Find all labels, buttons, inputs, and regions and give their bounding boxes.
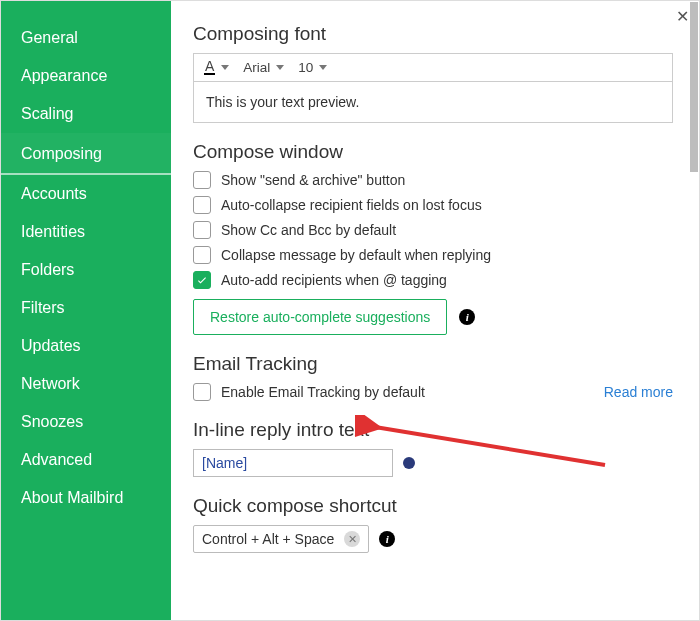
- sidebar-item-folders[interactable]: Folders: [1, 251, 171, 289]
- clear-icon[interactable]: ✕: [344, 531, 360, 547]
- section-title-email-tracking: Email Tracking: [193, 353, 673, 375]
- option-send-archive: Show "send & archive" button: [193, 171, 673, 189]
- option-auto-collapse: Auto-collapse recipient fields on lost f…: [193, 196, 673, 214]
- read-more-link[interactable]: Read more: [604, 384, 673, 400]
- font-size-dropdown[interactable]: 10: [298, 60, 327, 75]
- option-label: Show "send & archive" button: [221, 172, 405, 188]
- sidebar-item-appearance[interactable]: Appearance: [1, 57, 171, 95]
- restore-autocomplete-button[interactable]: Restore auto-complete suggestions: [193, 299, 447, 335]
- font-size-value: 10: [298, 60, 313, 75]
- checkbox-collapse-message[interactable]: [193, 246, 211, 264]
- chevron-down-icon: [276, 65, 284, 70]
- font-family-dropdown[interactable]: Arial: [243, 60, 284, 75]
- settings-sidebar: General Appearance Scaling Composing Acc…: [1, 1, 171, 620]
- sidebar-item-about[interactable]: About Mailbird: [1, 479, 171, 517]
- font-color-icon: A: [204, 60, 215, 75]
- option-show-cc-bcc: Show Cc and Bcc by default: [193, 221, 673, 239]
- option-label: Auto-collapse recipient fields on lost f…: [221, 197, 482, 213]
- font-color-dropdown[interactable]: A: [204, 60, 229, 75]
- shortcut-value: Control + Alt + Space: [202, 531, 334, 547]
- sidebar-item-general[interactable]: General: [1, 19, 171, 57]
- checkbox-show-cc-bcc[interactable]: [193, 221, 211, 239]
- sidebar-item-accounts[interactable]: Accounts: [1, 175, 171, 213]
- sidebar-item-advanced[interactable]: Advanced: [1, 441, 171, 479]
- font-toolbar: A Arial 10: [193, 53, 673, 81]
- settings-main: ✕ Composing font A Arial 10 This is your…: [171, 1, 699, 620]
- sidebar-item-network[interactable]: Network: [1, 365, 171, 403]
- section-title-inline-reply: In-line reply intro text: [193, 419, 673, 441]
- option-label: Auto-add recipients when @ tagging: [221, 272, 447, 288]
- info-icon[interactable]: i: [379, 531, 395, 547]
- section-title-quick-compose: Quick compose shortcut: [193, 495, 673, 517]
- sidebar-item-updates[interactable]: Updates: [1, 327, 171, 365]
- option-label: Show Cc and Bcc by default: [221, 222, 396, 238]
- option-label: Enable Email Tracking by default: [221, 384, 425, 400]
- sidebar-item-composing[interactable]: Composing: [1, 133, 171, 175]
- checkbox-send-archive[interactable]: [193, 171, 211, 189]
- shortcut-input[interactable]: Control + Alt + Space ✕: [193, 525, 369, 553]
- sidebar-item-scaling[interactable]: Scaling: [1, 95, 171, 133]
- sidebar-item-filters[interactable]: Filters: [1, 289, 171, 327]
- scrollbar-thumb[interactable]: [690, 2, 698, 172]
- option-enable-email-tracking: Enable Email Tracking by default: [193, 383, 425, 401]
- chevron-down-icon: [221, 65, 229, 70]
- sidebar-item-identities[interactable]: Identities: [1, 213, 171, 251]
- option-auto-add-recipients: Auto-add recipients when @ tagging: [193, 271, 673, 289]
- font-family-value: Arial: [243, 60, 270, 75]
- inline-reply-input[interactable]: [193, 449, 393, 477]
- section-title-compose-window: Compose window: [193, 141, 673, 163]
- section-title-composing-font: Composing font: [193, 23, 673, 45]
- sidebar-item-snoozes[interactable]: Snoozes: [1, 403, 171, 441]
- option-label: Collapse message by default when replyin…: [221, 247, 491, 263]
- close-icon[interactable]: ✕: [676, 7, 689, 26]
- checkbox-auto-collapse[interactable]: [193, 196, 211, 214]
- info-icon[interactable]: i: [459, 309, 475, 325]
- checkbox-auto-add-recipients[interactable]: [193, 271, 211, 289]
- checkbox-enable-email-tracking[interactable]: [193, 383, 211, 401]
- color-swatch-icon[interactable]: [403, 457, 415, 469]
- chevron-down-icon: [319, 65, 327, 70]
- option-collapse-message: Collapse message by default when replyin…: [193, 246, 673, 264]
- font-preview-box: This is your text preview.: [193, 81, 673, 123]
